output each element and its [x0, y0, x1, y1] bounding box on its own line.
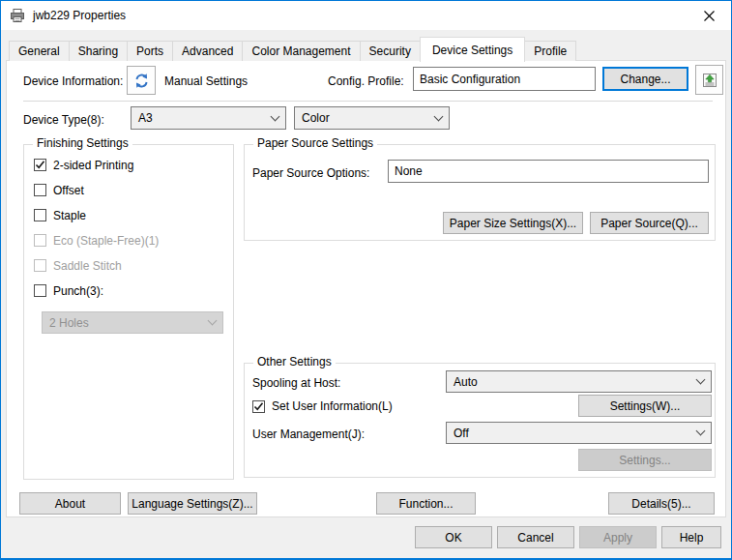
checkbox-icon: [34, 159, 46, 171]
details-button[interactable]: Details(5)...: [608, 492, 715, 515]
punch-holes-select: 2 Holes: [42, 311, 223, 334]
device-color-value: Color: [302, 111, 330, 125]
user-management-label: User Management(J):: [252, 427, 365, 441]
spooling-at-host-value: Auto: [454, 375, 478, 389]
apply-button: Apply: [579, 526, 657, 548]
checkmark-icon: [253, 401, 264, 412]
device-info-mode-label: Manual Settings: [164, 74, 248, 88]
help-button[interactable]: Help: [661, 526, 721, 548]
checkbox-icon: [34, 184, 46, 196]
tab-color-management[interactable]: Color Management: [242, 41, 360, 61]
finishing-options-list: 2-sided Printing Offset Staple Eco (Stap…: [24, 145, 233, 332]
device-settings-page: Device Information: Manual Settings Conf…: [6, 60, 726, 517]
chevron-down-icon: [696, 375, 706, 385]
tab-ports[interactable]: Ports: [127, 41, 173, 61]
checkbox-icon: [34, 259, 46, 272]
user-information-settings-button[interactable]: Settings(W)...: [578, 395, 712, 417]
about-button[interactable]: About: [19, 492, 121, 515]
chevron-down-icon: [434, 111, 444, 121]
window-title: jwb229 Properties: [33, 9, 126, 22]
config-profile-label: Config. Profile:: [328, 74, 404, 88]
cancel-button[interactable]: Cancel: [497, 526, 574, 548]
paper-size-settings-button[interactable]: Paper Size Settings(X)...: [443, 212, 583, 234]
user-management-select[interactable]: Off: [446, 422, 712, 444]
chevron-down-icon: [696, 427, 706, 436]
refresh-icon: [133, 73, 150, 89]
export-profile-button[interactable]: [695, 65, 723, 95]
tab-security[interactable]: Security: [360, 41, 421, 61]
tab-strip: General Sharing Ports Advanced Color Man…: [9, 36, 576, 61]
tab-general[interactable]: General: [9, 41, 70, 61]
checkbox-offset[interactable]: Offset: [34, 184, 233, 196]
device-type-value: A3: [138, 111, 153, 125]
paper-source-settings-title: Paper Source Settings: [253, 136, 377, 150]
chevron-down-icon: [208, 316, 218, 326]
chevron-down-icon: [271, 111, 280, 121]
config-profile-input[interactable]: [413, 67, 596, 91]
export-icon: [701, 72, 718, 89]
punch-holes-value: 2 Holes: [49, 316, 89, 330]
paper-source-settings-group: Paper Source Settings Paper Source Optio…: [244, 144, 716, 241]
device-info-separator: [23, 101, 713, 102]
printer-icon: [10, 8, 25, 23]
user-management-value: Off: [454, 427, 469, 440]
checkbox-staple[interactable]: Staple: [34, 209, 233, 221]
dialog-footer: OK Cancel Apply Help: [1, 517, 731, 558]
tab-advanced[interactable]: Advanced: [172, 41, 243, 61]
refresh-device-info-button[interactable]: [127, 66, 156, 95]
paper-source-options-input[interactable]: [388, 160, 709, 183]
device-type-select[interactable]: A3: [131, 106, 286, 130]
finishing-settings-group: Finishing Settings 2-sided Printing Offs…: [23, 144, 234, 480]
user-management-settings-button: Settings...: [578, 449, 712, 471]
function-button[interactable]: Function...: [376, 492, 476, 515]
spooling-at-host-label: Spooling at Host:: [252, 376, 340, 390]
paper-source-button[interactable]: Paper Source(Q)...: [590, 212, 709, 234]
paper-source-options-label: Paper Source Options:: [252, 166, 369, 180]
checkbox-saddle-stitch: Saddle Stitch: [34, 259, 233, 272]
checkbox-punch[interactable]: Punch(3):: [34, 284, 233, 297]
checkbox-set-user-information[interactable]: Set User Information(L): [252, 399, 393, 413]
other-settings-title: Other Settings: [253, 355, 336, 368]
spooling-at-host-select[interactable]: Auto: [446, 370, 712, 393]
device-information-label: Device Information:: [23, 74, 123, 88]
ok-button[interactable]: OK: [415, 526, 492, 548]
checkbox-icon: [34, 284, 46, 297]
checkbox-icon: [34, 234, 46, 247]
device-type-label: Device Type(8):: [23, 113, 104, 127]
checkbox-icon: [34, 209, 46, 221]
close-icon: [704, 11, 715, 21]
checkbox-icon: [252, 400, 265, 413]
device-color-select[interactable]: Color: [294, 106, 450, 130]
tab-device-settings[interactable]: Device Settings: [420, 37, 525, 62]
tab-profile[interactable]: Profile: [524, 41, 576, 61]
change-config-profile-button[interactable]: Change...: [602, 67, 688, 91]
language-settings-button[interactable]: Language Settings(Z)...: [128, 492, 257, 515]
tab-sharing[interactable]: Sharing: [69, 41, 128, 61]
title-bar: jwb229 Properties: [1, 1, 731, 30]
checkmark-icon: [35, 160, 45, 170]
other-settings-group: Other Settings Spooling at Host: Auto Se…: [244, 363, 716, 478]
printer-properties-dialog: jwb229 Properties General Sharing Ports …: [0, 0, 732, 560]
checkbox-2-sided-printing[interactable]: 2-sided Printing: [34, 159, 233, 171]
close-button[interactable]: [688, 1, 731, 30]
checkbox-eco-staple-free: Eco (Staple-Free)(1): [34, 234, 233, 247]
